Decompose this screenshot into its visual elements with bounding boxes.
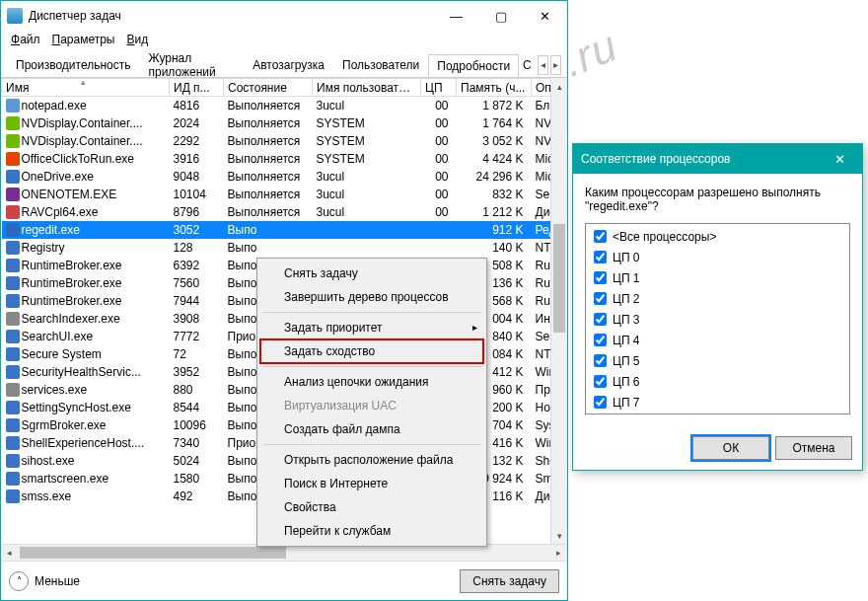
cpu-row[interactable]: ЦП 2 xyxy=(588,288,847,309)
table-row[interactable]: NVDisplay.Container....2024ВыполняетсяSY… xyxy=(2,114,568,132)
app-icon xyxy=(7,8,23,24)
ctx-analyze-wait[interactable]: Анализ цепочки ожидания xyxy=(260,370,483,394)
ctx-create-dump[interactable]: Создать файл дампа xyxy=(260,417,483,441)
col-state[interactable]: Состояние xyxy=(224,79,313,97)
cpu-checkbox[interactable] xyxy=(594,396,607,409)
separator xyxy=(262,444,481,445)
tab-startup[interactable]: Автозагрузка xyxy=(244,53,333,76)
process-icon xyxy=(6,294,20,308)
scroll-right-icon[interactable]: ▸ xyxy=(550,545,567,561)
tab-cut[interactable]: С xyxy=(519,53,536,76)
close-button[interactable]: ✕ xyxy=(523,1,567,31)
process-icon xyxy=(6,472,20,486)
ctx-set-priority[interactable]: Задать приоритет▸ xyxy=(260,316,483,339)
ctx-open-location[interactable]: Открыть расположение файла xyxy=(260,448,483,472)
col-pid[interactable]: ИД п... xyxy=(170,79,224,97)
ctx-end-task[interactable]: Снять задачу xyxy=(260,262,483,285)
cpu-checkbox[interactable] xyxy=(594,354,607,367)
process-icon xyxy=(6,489,20,503)
ctx-goto-services[interactable]: Перейти к службам xyxy=(260,519,483,543)
tab-scroll-right[interactable]: ▸ xyxy=(550,55,561,75)
end-task-button[interactable]: Снять задачу xyxy=(460,569,559,593)
process-icon xyxy=(6,99,20,113)
dialog-buttons: ОК Отмена xyxy=(573,426,862,470)
process-icon xyxy=(6,241,20,255)
process-icon xyxy=(6,223,20,237)
ctx-set-affinity[interactable]: Задать сходство xyxy=(260,339,483,363)
cpu-checkbox[interactable] xyxy=(594,251,607,263)
col-mem[interactable]: Память (ч... xyxy=(457,79,532,97)
cpu-checkbox-all[interactable] xyxy=(594,230,607,243)
dialog-message: Каким процессорам разрешено выполнять "r… xyxy=(585,186,850,213)
process-icon xyxy=(6,170,20,184)
tab-scroll-left[interactable]: ◂ xyxy=(538,55,548,75)
table-row[interactable]: NVDisplay.Container....2292ВыполняетсяSY… xyxy=(2,132,568,150)
context-menu: Снять задачу Завершить дерево процессов … xyxy=(256,258,487,547)
fewer-details-toggle[interactable]: ˄ Меньше xyxy=(9,571,80,591)
tab-performance[interactable]: Производительность xyxy=(7,53,139,76)
col-name[interactable]: Имя xyxy=(2,79,170,97)
tab-details[interactable]: Подробности xyxy=(428,54,519,77)
table-row[interactable]: Registry128Выпо140 KNT xyxy=(2,239,568,257)
table-row[interactable]: OneDrive.exe9048Выполняется3ucul0024 296… xyxy=(2,168,568,186)
process-icon xyxy=(6,365,20,379)
cpu-row[interactable]: ЦП 6 xyxy=(588,371,847,392)
table-row[interactable]: ONENOTEM.EXE10104Выполняется3ucul00832 K… xyxy=(2,186,568,203)
tab-users[interactable]: Пользователи xyxy=(333,53,428,76)
process-icon xyxy=(6,347,20,361)
dialog-title: Соответствие процессоров xyxy=(581,152,731,166)
ctx-end-tree[interactable]: Завершить дерево процессов xyxy=(260,285,483,309)
cancel-button[interactable]: Отмена xyxy=(775,436,852,460)
cpu-checkbox[interactable] xyxy=(594,313,607,326)
ok-button[interactable]: ОК xyxy=(692,436,769,460)
table-row[interactable]: OfficeClickToRun.exe3916ВыполняетсяSYSTE… xyxy=(2,150,568,168)
cpu-row[interactable]: ЦП 5 xyxy=(588,350,847,371)
process-icon xyxy=(6,134,20,148)
ctx-properties[interactable]: Свойства xyxy=(260,495,483,519)
minimize-button[interactable]: — xyxy=(434,1,478,31)
menu-file[interactable]: Файл xyxy=(5,31,46,52)
ctx-uac-virtualization: Виртуализация UAC xyxy=(260,394,483,417)
cpu-checkbox[interactable] xyxy=(594,334,607,346)
process-icon xyxy=(6,383,20,397)
process-icon xyxy=(6,401,20,414)
title-bar[interactable]: Диспетчер задач — ▢ ✕ xyxy=(1,1,567,31)
cpu-checkbox[interactable] xyxy=(594,271,607,284)
cpu-row[interactable]: ЦП 1 xyxy=(588,267,847,288)
menu-options[interactable]: Параметры xyxy=(46,31,121,52)
cpu-row[interactable]: ЦП 3 xyxy=(588,309,847,330)
scroll-up-icon[interactable]: ▴ xyxy=(551,78,567,95)
vertical-scrollbar[interactable]: ▴ ▾ xyxy=(550,78,567,544)
process-icon xyxy=(6,436,20,450)
cpu-row-all[interactable]: <Все процессоры> xyxy=(588,226,847,247)
col-cpu[interactable]: ЦП xyxy=(421,79,457,97)
ctx-search-online[interactable]: Поиск в Интернете xyxy=(260,472,483,495)
table-row[interactable]: RAVCpl64.exe8796Выполняется3ucul001 212 … xyxy=(2,203,568,221)
process-icon xyxy=(6,418,20,432)
process-icon xyxy=(6,188,20,201)
cpu-row[interactable]: ЦП 4 xyxy=(588,330,847,350)
dialog-title-bar[interactable]: Соответствие процессоров ✕ xyxy=(573,144,862,174)
scroll-left-icon[interactable]: ◂ xyxy=(1,545,18,561)
h-scrollbar-thumb[interactable] xyxy=(20,547,286,559)
table-row[interactable]: regedit.exe3052Выпо912 KРед xyxy=(2,221,568,239)
table-row[interactable]: notepad.exe4816Выполняется3ucul001 872 K… xyxy=(2,97,568,114)
cpu-list: <Все процессоры> ЦП 0ЦП 1ЦП 2ЦП 3ЦП 4ЦП … xyxy=(585,223,850,414)
processor-affinity-dialog: Соответствие процессоров ✕ Каким процесс… xyxy=(572,143,863,471)
separator xyxy=(262,366,481,367)
cpu-row[interactable]: ЦП 7 xyxy=(588,392,847,413)
cpu-checkbox[interactable] xyxy=(594,375,607,388)
menu-bar: Файл Параметры Вид xyxy=(1,31,567,52)
cpu-checkbox[interactable] xyxy=(594,292,607,305)
process-icon xyxy=(6,454,20,468)
scrollbar-thumb[interactable] xyxy=(553,224,565,333)
cpu-row[interactable]: ЦП 0 xyxy=(588,247,847,267)
submenu-arrow-icon: ▸ xyxy=(472,322,477,333)
dialog-close-button[interactable]: ✕ xyxy=(818,144,862,174)
scroll-down-icon[interactable]: ▾ xyxy=(551,527,567,544)
maximize-button[interactable]: ▢ xyxy=(478,1,523,31)
process-icon xyxy=(6,276,20,290)
col-user[interactable]: Имя пользователя xyxy=(313,79,421,97)
process-icon xyxy=(6,205,20,219)
process-icon xyxy=(6,312,20,326)
